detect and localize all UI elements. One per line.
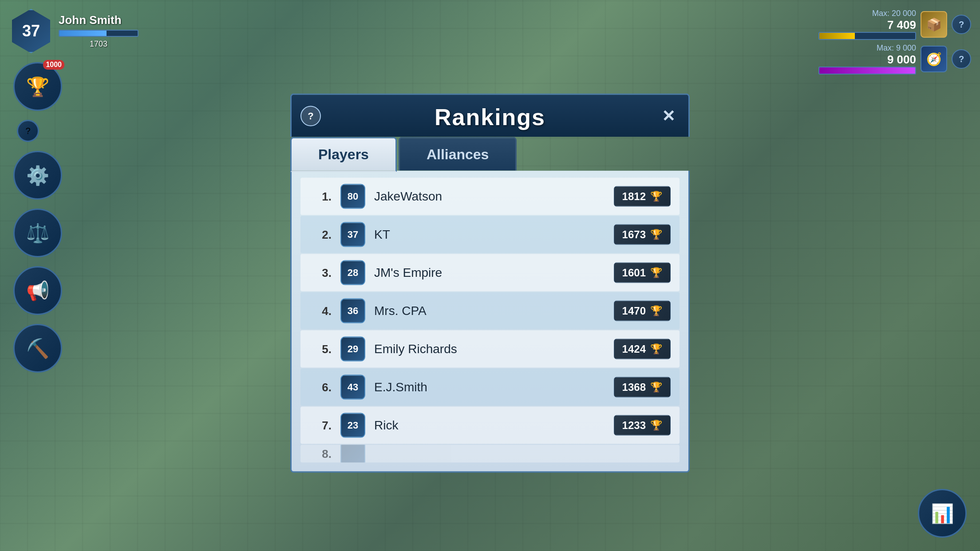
score-value: 1424: [622, 343, 646, 355]
second-value: 9 000: [818, 53, 916, 67]
tools-sidebar-icon[interactable]: ⛏️: [13, 324, 62, 373]
player-rank-name: Rick: [374, 418, 605, 433]
score-value: 1233: [622, 419, 646, 432]
table-row[interactable]: 4. 36 Mrs. CPA 1470 🏆: [300, 292, 680, 330]
modal-header: ? Rankings ✕: [290, 94, 690, 137]
second-bar: [819, 67, 915, 74]
score-badge: 1233 🏆: [614, 415, 671, 436]
help-sidebar-icon[interactable]: ?: [17, 120, 39, 142]
player-rank-name: Mrs. CPA: [374, 304, 605, 318]
score-badge: 1601 🏆: [614, 263, 671, 283]
megaphone-sidebar-icon[interactable]: 📢: [13, 266, 62, 315]
score-badge: 1424 🏆: [614, 339, 671, 359]
xp-value: 1703: [59, 39, 138, 49]
gold-info: Max: 20 000 7 409: [818, 9, 916, 40]
rankings-modal: ? Rankings ✕ Players Alliances 1.: [290, 94, 690, 473]
player-level-badge: 37: [9, 9, 53, 53]
player-level-badge: 28: [340, 260, 365, 285]
modal-title: Rankings: [435, 104, 545, 130]
second-help-button[interactable]: ?: [952, 49, 971, 69]
table-row-partial: 8.: [300, 445, 680, 463]
rank-number: 1.: [309, 189, 332, 203]
modal-body: 1. 80 JakeWatson 1812 🏆 2. 37: [290, 171, 690, 473]
rankings-list: 1. 80 JakeWatson 1812 🏆 2. 37: [300, 178, 680, 463]
tab-alliances[interactable]: Alliances: [399, 137, 517, 171]
second-bar-container: [818, 67, 916, 75]
player-rank-name: Emily Richards: [374, 342, 605, 356]
hud-bottomright: 📊: [918, 489, 967, 538]
player-rank-name: JM's Empire: [374, 266, 605, 280]
table-row[interactable]: 7. 23 Rick 1233 🏆: [300, 407, 680, 444]
player-level-badge: 29: [340, 337, 365, 362]
hud-topleft: 37 John Smith 1703: [9, 9, 138, 53]
gold-bar: [819, 33, 855, 39]
gold-bar-container: [818, 32, 916, 40]
score-value: 1368: [622, 381, 646, 394]
player-level-badge: 23: [340, 413, 365, 438]
modal-container: ? Rankings ✕ Players Alliances 1.: [290, 94, 690, 473]
trophy-score-icon: 🏆: [650, 420, 662, 431]
trophy-score-icon: 🏆: [650, 305, 662, 317]
stats-icon[interactable]: 📊: [918, 489, 967, 538]
player-rank-name: JakeWatson: [374, 189, 605, 204]
trophy-badge: 1000: [43, 60, 64, 70]
score-value: 1601: [622, 267, 646, 279]
player-level-badge: 36: [340, 299, 365, 323]
tab-players[interactable]: Players: [290, 137, 397, 172]
second-max-label: Max: 9 000: [818, 43, 916, 53]
trophy-score-icon: 🏆: [650, 382, 662, 393]
rank-number: 8.: [309, 447, 332, 460]
trophy-score-icon: 🏆: [650, 267, 662, 279]
modal-tabs: Players Alliances: [290, 137, 690, 171]
rank-number: 7.: [309, 418, 332, 432]
trophy-score-icon: 🏆: [650, 191, 662, 202]
rank-number: 3.: [309, 266, 332, 279]
gold-value: 7 409: [818, 18, 916, 32]
score-badge: 1812 🏆: [614, 186, 671, 207]
scales-sidebar-icon[interactable]: ⚖️: [13, 209, 62, 257]
table-row[interactable]: 5. 29 Emily Richards 1424 🏆: [300, 331, 680, 368]
gold-resource-row: Max: 20 000 7 409 📦 ?: [818, 9, 971, 40]
player-level-badge: [340, 445, 365, 463]
second-info: Max: 9 000 9 000: [818, 43, 916, 75]
sidebar-left: 🏆 1000 ? ⚙️ ⚖️ 📢 ⛏️: [13, 62, 62, 373]
table-row[interactable]: 6. 43 E.J.Smith 1368 🏆: [300, 369, 680, 406]
player-level-badge: 43: [340, 375, 365, 400]
rank-number: 5.: [309, 342, 332, 356]
player-info: John Smith 1703: [59, 13, 138, 49]
score-value: 1470: [622, 305, 646, 317]
player-rank-name: KT: [374, 228, 605, 242]
modal-help-button[interactable]: ?: [300, 106, 321, 126]
gold-icon: 📦: [921, 11, 947, 38]
gold-help-button[interactable]: ?: [952, 15, 971, 34]
modal-close-button[interactable]: ✕: [657, 105, 680, 127]
gear-sidebar-icon[interactable]: ⚙️: [13, 151, 62, 200]
trophy-sidebar-icon[interactable]: 🏆 1000: [13, 62, 62, 111]
score-badge: 1368 🏆: [614, 377, 671, 398]
rank-number: 2.: [309, 228, 332, 241]
gold-max-label: Max: 20 000: [818, 9, 916, 18]
xp-bar: [59, 31, 107, 36]
table-row[interactable]: 2. 37 KT 1673 🏆: [300, 216, 680, 253]
player-rank-name: E.J.Smith: [374, 380, 605, 394]
score-value: 1812: [622, 190, 646, 203]
rank-number: 6.: [309, 380, 332, 394]
trophy-score-icon: 🏆: [650, 343, 662, 355]
score-value: 1673: [622, 228, 646, 241]
score-badge: 1673 🏆: [614, 224, 671, 245]
hud-topright: Max: 20 000 7 409 📦 ? Max: 9 000 9 000 🧭…: [818, 9, 971, 75]
trophy-score-icon: 🏆: [650, 229, 662, 240]
player-level-badge: 80: [340, 184, 365, 209]
table-row[interactable]: 1. 80 JakeWatson 1812 🏆: [300, 178, 680, 215]
player-name: John Smith: [59, 13, 138, 27]
compass-icon: 🧭: [921, 46, 947, 72]
table-row[interactable]: 3. 28 JM's Empire 1601 🏆: [300, 254, 680, 291]
player-level-badge: 37: [340, 222, 365, 247]
score-badge: 1470 🏆: [614, 301, 671, 321]
second-resource-row: Max: 9 000 9 000 🧭 ?: [818, 43, 971, 75]
rank-number: 4.: [309, 304, 332, 318]
xp-bar-container: [59, 30, 138, 37]
